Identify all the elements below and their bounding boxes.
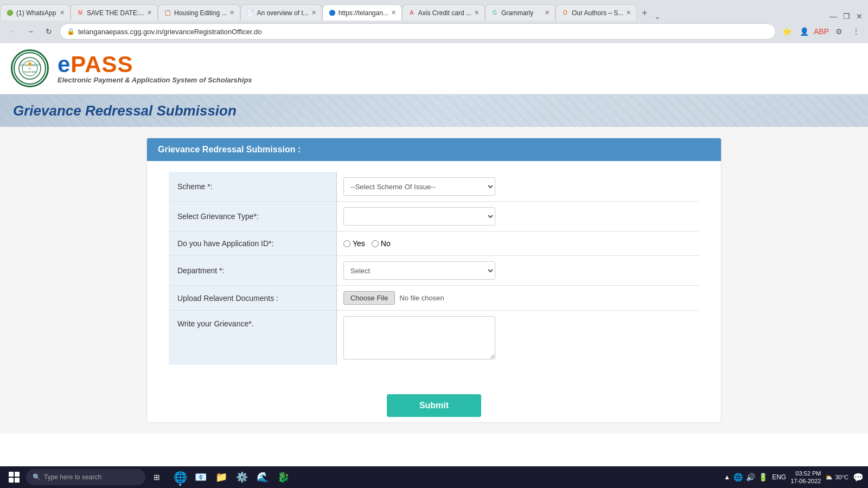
language-indicator: ENG: [772, 473, 786, 481]
tab-save-date[interactable]: M SAVE THE DATE:... ✕: [71, 4, 158, 21]
grievance-text-row: Write your Grievance*.: [169, 311, 699, 365]
submit-button[interactable]: Submit: [387, 394, 481, 417]
tab-authors-label: Our Authors – S...: [572, 9, 623, 17]
tab-overview-close[interactable]: ✕: [311, 9, 316, 16]
more-button[interactable]: ⋮: [848, 24, 864, 39]
tab-housing-close[interactable]: ✕: [229, 9, 234, 16]
taskbar-search-text: Type here to search: [44, 473, 101, 481]
clock-time: 03:52 PM: [790, 470, 821, 477]
network-icon: 🌐: [733, 473, 743, 481]
edge-icon: 🌊: [257, 471, 269, 483]
government-logo: GOVERNMENT OF TELANGANA: [11, 49, 49, 87]
tab-overview-label: An overview of t...: [257, 9, 308, 17]
tab-scroll-arrows[interactable]: ⌄: [652, 12, 663, 21]
back-button[interactable]: ←: [4, 24, 20, 39]
tab-bar: 🟢 (1) WhatsApp ✕ M SAVE THE DATE:... ✕ 📋…: [0, 0, 868, 21]
taskbar-mail[interactable]: 📧: [191, 467, 210, 487]
scheme-input-cell: --Select Scheme Of Issue--: [337, 172, 699, 201]
main-content: Grievance Redressal Submission : Scheme …: [0, 127, 868, 434]
radio-yes-option[interactable]: Yes: [343, 239, 365, 248]
tab-housing[interactable]: 📋 Housing Editing ... ✕: [158, 4, 240, 21]
chrome-active-dot: [179, 484, 181, 486]
department-row: Department *: Select: [169, 256, 699, 286]
grievance-textarea[interactable]: [343, 316, 495, 359]
radio-yes-input[interactable]: [343, 240, 350, 247]
application-id-input-cell: Yes No: [337, 232, 699, 255]
refresh-button[interactable]: ↻: [41, 24, 56, 39]
tab-grammarly[interactable]: G Grammarly ✕: [485, 4, 556, 21]
lock-icon: 🔒: [67, 28, 75, 35]
chrome-icon: 🌐: [174, 471, 187, 484]
profile-button[interactable]: 👤: [796, 24, 812, 39]
close-button[interactable]: ✕: [855, 12, 864, 21]
grievance-type-select[interactable]: [343, 207, 495, 226]
tab-epass[interactable]: 🔵 https://telangan... ✕: [322, 4, 402, 21]
radio-yes-label: Yes: [353, 239, 365, 248]
taskbar-browser2[interactable]: 🌊: [253, 467, 272, 487]
forward-button[interactable]: →: [23, 24, 38, 39]
browser-chrome: 🟢 (1) WhatsApp ✕ M SAVE THE DATE:... ✕ 📋…: [0, 0, 868, 43]
start-button[interactable]: [4, 467, 24, 487]
authors-favicon: O: [561, 9, 569, 17]
radio-no-option[interactable]: No: [372, 239, 391, 248]
epass-rest: PASS: [71, 52, 133, 77]
grammarly-favicon: G: [491, 9, 499, 17]
new-tab-button[interactable]: +: [637, 5, 652, 21]
axis-favicon: A: [408, 9, 416, 17]
mail-icon: 📧: [195, 471, 207, 483]
tab-epass-close[interactable]: ✕: [391, 9, 396, 16]
grievance-text-label: Write your Grievance*.: [169, 311, 337, 365]
form-card: Grievance Redressal Submission : Scheme …: [146, 138, 722, 423]
taskbar-settings[interactable]: ⚙️: [232, 467, 252, 487]
tab-axis-close[interactable]: ✕: [474, 9, 479, 16]
upload-input-cell: Choose File No file chosen: [337, 286, 699, 310]
tab-whatsapp[interactable]: 🟢 (1) WhatsApp ✕: [0, 4, 71, 21]
logo-text: ePASS Electronic Payment & Application S…: [58, 53, 252, 84]
scheme-select[interactable]: --Select Scheme Of Issue--: [343, 177, 495, 196]
notification-button[interactable]: 💬: [853, 472, 864, 483]
choose-file-button[interactable]: Choose File: [343, 291, 395, 305]
tab-grammarly-close[interactable]: ✕: [545, 9, 550, 16]
folder-icon: 📁: [215, 471, 227, 483]
tab-save-date-close[interactable]: ✕: [147, 9, 152, 16]
taskbar-search-bar[interactable]: 🔍 Type here to search: [26, 469, 145, 485]
tab-authors-close[interactable]: ✕: [626, 9, 631, 16]
taskbar-app-green[interactable]: 🐉: [273, 467, 293, 487]
page-banner: Grievance Redressal Submission: [0, 94, 868, 127]
taskbar-explorer[interactable]: 📁: [212, 467, 231, 487]
site-header: GOVERNMENT OF TELANGANA ePASS Electronic…: [0, 43, 868, 94]
taskbar: 🔍 Type here to search ⊞ 🌐 📧 📁 ⚙️ 🌊 🐉 ▲ 🌐…: [0, 466, 868, 488]
overview-favicon: 📄: [246, 9, 254, 17]
system-icons: ▲ 🌐 🔊 🔋: [724, 473, 768, 481]
scheme-row: Scheme *: --Select Scheme Of Issue--: [169, 172, 699, 202]
windows-icon: [9, 472, 20, 483]
browser-toolbar: ⭐ 👤 ABP ⚙ ⋮: [779, 24, 864, 39]
epass-e: e: [58, 52, 71, 77]
maximize-button[interactable]: ❐: [842, 12, 851, 21]
logo-inner-circle: GOVERNMENT OF TELANGANA: [14, 52, 46, 85]
tab-whatsapp-close[interactable]: ✕: [60, 9, 65, 16]
svg-point-5: [28, 62, 31, 66]
address-bar[interactable]: 🔒 telanganaepass.cgg.gov.in/grievanceReg…: [60, 23, 776, 40]
tab-axis[interactable]: A Axis Credit card ... ✕: [402, 4, 485, 21]
radio-no-input[interactable]: [372, 240, 379, 247]
tab-authors[interactable]: O Our Authors – S... ✕: [556, 4, 637, 21]
application-id-label: Do you have Application ID*:: [169, 232, 337, 255]
speaker-icon: 🔊: [746, 473, 755, 481]
department-select[interactable]: Select: [343, 261, 495, 280]
adblock-icon[interactable]: ABP: [814, 24, 829, 39]
clock-date: 17-06-2022: [790, 477, 821, 485]
green-app-icon: 🐉: [277, 471, 289, 483]
tab-save-date-label: SAVE THE DATE:...: [87, 9, 144, 17]
chevron-up-icon[interactable]: ▲: [724, 473, 730, 481]
svg-text:TELANGANA: TELANGANA: [23, 70, 37, 73]
tab-whatsapp-label: (1) WhatsApp: [16, 9, 57, 17]
application-id-radio-group: Yes No: [343, 239, 391, 248]
epass-subtitle: Electronic Payment & Application System …: [58, 76, 252, 84]
task-view-button[interactable]: ⊞: [148, 468, 166, 486]
tab-overview[interactable]: 📄 An overview of t... ✕: [240, 4, 322, 21]
chrome-icon[interactable]: ⚙: [831, 24, 846, 39]
taskbar-chrome[interactable]: 🌐: [170, 467, 190, 487]
extensions-button[interactable]: ⭐: [779, 24, 794, 39]
minimize-button[interactable]: —: [829, 12, 838, 21]
